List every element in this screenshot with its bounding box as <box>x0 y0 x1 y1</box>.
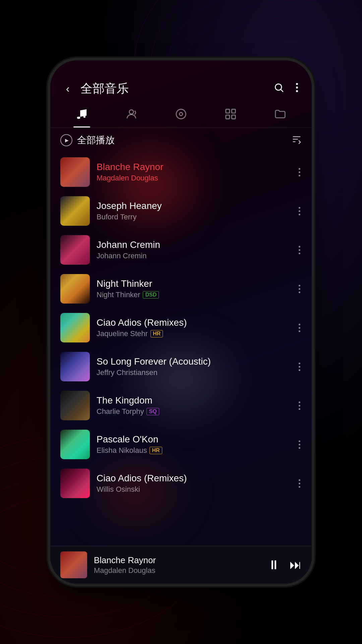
now-playing-info: Blanche Raynor Magdalen Douglas <box>94 555 261 575</box>
song-title: Johann Cremin <box>97 239 291 250</box>
song-more-button[interactable] <box>297 206 302 217</box>
tab-folders-icon <box>274 108 287 122</box>
quality-badge-hr: HR <box>149 447 162 454</box>
svg-point-8 <box>179 112 183 116</box>
svg-point-2 <box>296 83 298 85</box>
song-subtitle: Jaqueline Stehr HR <box>97 329 291 338</box>
song-subtitle: Elisha Nikolaus HR <box>97 446 291 455</box>
song-subtitle: Willis Osinski <box>97 485 291 494</box>
now-playing-artist: Magdalen Douglas <box>94 566 261 575</box>
song-info: Johann Cremin Johann Cremin <box>97 239 291 260</box>
tab-albums[interactable] <box>156 104 206 127</box>
song-title: Joseph Heaney <box>97 201 291 211</box>
playback-controls: ⏸ ⏭ <box>267 558 302 572</box>
song-title: So Long Forever (Acoustic) <box>97 356 291 367</box>
list-item[interactable]: Blanche Raynor Magdalen Douglas <box>50 153 312 192</box>
song-more-button[interactable] <box>297 439 302 450</box>
song-artist: Night Thinker <box>97 290 140 299</box>
list-item[interactable]: Johann Cremin Johann Cremin <box>50 230 312 269</box>
quality-badge-hr: HR <box>150 330 163 337</box>
song-info: Ciao Adios (Remixes) Jaqueline Stehr HR <box>97 317 291 338</box>
header-actions <box>274 82 302 95</box>
song-subtitle: Night Thinker DSD <box>97 290 291 299</box>
svg-rect-10 <box>232 109 235 113</box>
song-artist: Jaqueline Stehr <box>97 329 148 338</box>
svg-rect-9 <box>226 109 230 113</box>
song-artist: Willis Osinski <box>97 485 140 494</box>
svg-line-1 <box>281 90 283 92</box>
list-item[interactable]: Joseph Heaney Buford Terry <box>50 192 312 230</box>
now-playing-bar: Blanche Raynor Magdalen Douglas ⏸ ⏭ <box>50 546 312 584</box>
song-thumbnail <box>60 157 90 187</box>
song-title: Ciao Adios (Remixes) <box>97 473 291 484</box>
song-subtitle: Buford Terry <box>97 213 291 221</box>
song-more-button[interactable] <box>297 167 302 178</box>
song-title: Ciao Adios (Remixes) <box>97 317 291 328</box>
song-artist: Jeffry Christiansen <box>97 368 158 377</box>
song-artist: Johann Cremin <box>97 252 146 260</box>
header: ‹ 全部音乐 <box>50 60 312 104</box>
song-artist: Elisha Nikolaus <box>97 446 147 455</box>
list-item[interactable]: The Kingdom Charlie Torphy SQ <box>50 386 312 425</box>
page-title: 全部音乐 <box>80 80 268 97</box>
svg-point-7 <box>176 109 186 119</box>
song-subtitle: Johann Cremin <box>97 252 291 260</box>
song-thumbnail <box>60 430 90 459</box>
list-item[interactable]: Night Thinker Night Thinker DSD <box>50 269 312 308</box>
play-all-button[interactable] <box>60 134 72 146</box>
tab-artists-icon <box>125 108 138 122</box>
song-info: Ciao Adios (Remixes) Willis Osinski <box>97 473 291 494</box>
list-item[interactable]: So Long Forever (Acoustic) Jeffry Christ… <box>50 347 312 386</box>
list-item[interactable]: Pascale O'Kon Elisha Nikolaus HR <box>50 425 312 464</box>
list-item[interactable]: Ciao Adios (Remixes) Willis Osinski <box>50 464 312 503</box>
song-thumbnail <box>60 313 90 342</box>
phone-frame: ‹ 全部音乐 <box>50 60 312 584</box>
tab-songs-icon <box>75 108 88 122</box>
song-info: Night Thinker Night Thinker DSD <box>97 278 291 299</box>
svg-point-4 <box>296 90 298 92</box>
song-thumbnail <box>60 391 90 420</box>
more-icon[interactable] <box>292 82 302 95</box>
tab-grid-icon <box>224 108 237 122</box>
song-artist: Charlie Torphy <box>97 407 144 416</box>
song-more-button[interactable] <box>297 245 302 256</box>
now-playing-thumbnail <box>60 551 87 578</box>
quality-badge-sq: SQ <box>146 408 159 415</box>
skip-button[interactable]: ⏭ <box>290 558 302 572</box>
sort-button[interactable] <box>292 134 302 147</box>
song-title: The Kingdom <box>97 395 291 406</box>
quality-badge-dsd: DSD <box>143 291 159 299</box>
song-title: Blanche Raynor <box>97 162 291 172</box>
tab-songs[interactable] <box>57 104 107 127</box>
svg-rect-11 <box>226 115 230 119</box>
song-more-button[interactable] <box>297 361 302 372</box>
song-subtitle: Charlie Torphy SQ <box>97 407 291 416</box>
svg-point-3 <box>296 87 298 89</box>
tab-folders[interactable] <box>255 104 305 127</box>
tab-artists[interactable] <box>107 104 156 127</box>
back-button[interactable]: ‹ <box>60 83 75 95</box>
song-more-button[interactable] <box>297 283 302 294</box>
list-item[interactable]: Ciao Adios (Remixes) Jaqueline Stehr HR <box>50 308 312 347</box>
song-more-button[interactable] <box>297 478 302 489</box>
song-subtitle: Jeffry Christiansen <box>97 368 291 377</box>
svg-rect-12 <box>232 115 235 119</box>
svg-point-0 <box>275 84 282 90</box>
song-thumbnail <box>60 196 90 226</box>
song-more-button[interactable] <box>297 322 302 333</box>
svg-point-5 <box>83 116 85 118</box>
song-more-button[interactable] <box>297 400 302 411</box>
song-thumbnail <box>60 235 90 265</box>
now-playing-title: Blanche Raynor <box>94 555 261 566</box>
song-thumbnail <box>60 274 90 304</box>
song-info: Blanche Raynor Magdalen Douglas <box>97 162 291 182</box>
tab-albums-icon <box>175 108 187 122</box>
svg-point-6 <box>129 110 134 114</box>
pause-button[interactable]: ⏸ <box>267 558 280 572</box>
song-thumbnail <box>60 469 90 498</box>
tab-grid[interactable] <box>206 104 255 127</box>
nav-tabs <box>50 104 312 128</box>
song-subtitle: Magdalen Douglas <box>97 174 291 182</box>
song-artist: Magdalen Douglas <box>97 174 158 182</box>
search-icon[interactable] <box>274 82 284 95</box>
